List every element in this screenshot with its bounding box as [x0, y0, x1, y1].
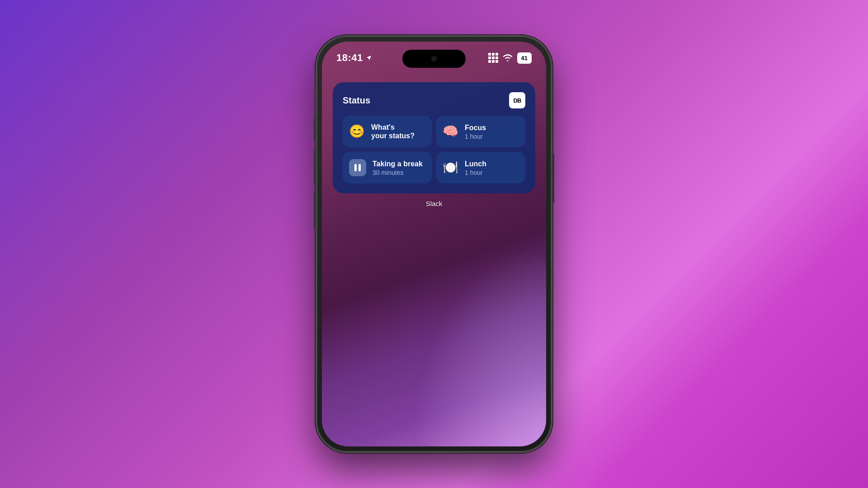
status-button-grid: 😊 What'syour status? 🧠 Focus 1 hour	[343, 116, 525, 183]
focus-icon: 🧠	[443, 125, 458, 138]
focus-label: Focus	[465, 123, 486, 132]
break-sublabel: 30 minutes	[373, 169, 423, 176]
status-right-icons: 41	[488, 52, 532, 64]
signal-icon	[488, 53, 498, 63]
pause-bar-left	[354, 164, 357, 171]
widget-title: Status	[343, 95, 370, 106]
volume-up-button[interactable]	[314, 117, 316, 140]
widget-area: Status DB 😊 What'syour status?	[333, 82, 535, 207]
whats-status-label: What'syour status?	[371, 123, 415, 140]
phone-shell: 18:41 41	[316, 36, 552, 452]
pause-icon	[349, 159, 366, 176]
volume-down-button[interactable]	[314, 149, 316, 185]
whats-status-button[interactable]: 😊 What'syour status?	[343, 116, 432, 147]
silent-toggle-button[interactable]	[314, 192, 316, 228]
app-icon-text: DB	[514, 97, 521, 104]
camera-dot	[431, 56, 437, 62]
break-button[interactable]: Taking a break 30 minutes	[343, 152, 432, 183]
location-arrow-icon	[366, 55, 372, 61]
wifi-icon	[503, 54, 513, 62]
status-time-area: 18:41	[336, 52, 372, 64]
lunch-text: Lunch 1 hour	[465, 160, 486, 176]
phone-screen: 18:41 41	[322, 42, 546, 446]
app-label: Slack	[333, 200, 535, 207]
break-text: Taking a break 30 minutes	[373, 160, 423, 176]
lunch-label: Lunch	[465, 160, 486, 168]
focus-sublabel: 1 hour	[465, 133, 486, 140]
pause-bars	[354, 164, 361, 171]
focus-button[interactable]: 🧠 Focus 1 hour	[436, 116, 525, 147]
power-button[interactable]	[552, 154, 554, 203]
battery-badge: 41	[517, 52, 532, 64]
focus-text: Focus 1 hour	[465, 123, 486, 140]
whats-status-text: What'syour status?	[371, 123, 415, 140]
lunch-sublabel: 1 hour	[465, 169, 486, 176]
break-label: Taking a break	[373, 160, 423, 168]
widget-header: Status DB	[343, 92, 525, 108]
lunch-icon: 🍽️	[443, 161, 458, 174]
bg-light	[411, 244, 546, 446]
time-display: 18:41	[336, 52, 363, 64]
app-icon-badge: DB	[509, 92, 525, 108]
dynamic-island	[402, 50, 466, 68]
slack-widget[interactable]: Status DB 😊 What'syour status?	[333, 82, 535, 193]
whats-status-icon: 😊	[349, 125, 365, 138]
lunch-button[interactable]: 🍽️ Lunch 1 hour	[436, 152, 525, 183]
pause-bar-right	[359, 164, 361, 171]
